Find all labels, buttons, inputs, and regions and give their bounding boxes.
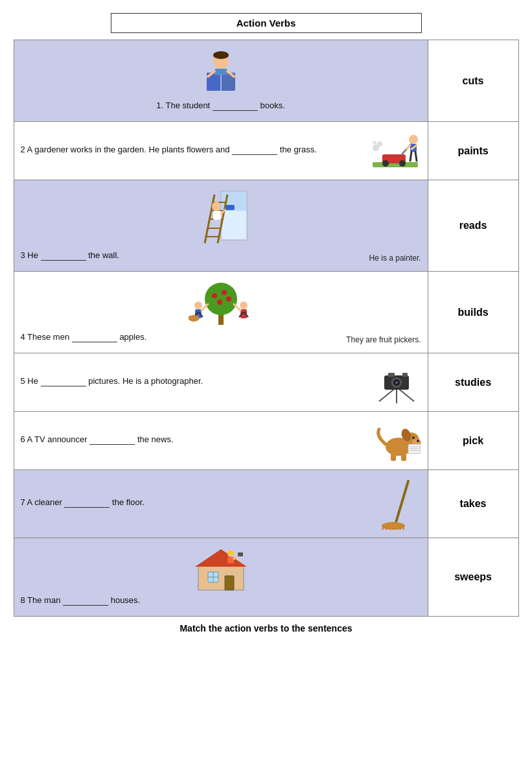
svg-line-79 bbox=[393, 528, 393, 530]
sentence-8: 8 The man houses. bbox=[21, 595, 421, 606]
table-row: 8 The man houses. sweeps bbox=[14, 538, 518, 617]
svg-rect-32 bbox=[213, 211, 221, 220]
table-row: 5 He pictures. He is a photographer. bbox=[14, 353, 518, 412]
svg-point-41 bbox=[194, 302, 202, 309]
exercise-cell-4: 4 These men apples. They are fruit picke… bbox=[14, 272, 428, 353]
exercise-cell-1: 1. The student books. bbox=[14, 40, 428, 122]
verb-5: studies bbox=[455, 377, 491, 388]
sentence-7: 7 A cleaner the floor. bbox=[21, 497, 145, 508]
svg-rect-83 bbox=[198, 565, 244, 590]
svg-point-13 bbox=[409, 135, 418, 144]
verb-cell-5: studies bbox=[428, 353, 518, 412]
footer-text: Match the action verbs to the sentences bbox=[14, 623, 519, 634]
sentence-3: 3 He the wall. bbox=[21, 250, 119, 261]
svg-point-59 bbox=[395, 381, 398, 384]
blank-3 bbox=[41, 250, 86, 261]
student-reading-icon bbox=[195, 48, 247, 97]
sentence-2: 2 A gardener works in the garden. He pla… bbox=[21, 145, 363, 155]
svg-line-74 bbox=[395, 481, 408, 525]
verb-cell-7: takes bbox=[428, 470, 518, 538]
builder-icon bbox=[195, 546, 247, 591]
blank-5 bbox=[41, 376, 86, 386]
fruit-pickers-icon bbox=[189, 279, 253, 328]
svg-rect-47 bbox=[189, 316, 199, 320]
exercise-cell-2: 2 A gardener works in the garden. He pla… bbox=[14, 122, 428, 180]
verb-cell-2: paints bbox=[428, 122, 518, 180]
svg-point-10 bbox=[382, 160, 389, 167]
exercise-cell-6: 6 A TV announcer the news. bbox=[14, 412, 428, 470]
blank-6 bbox=[89, 434, 135, 445]
svg-point-67 bbox=[412, 436, 415, 439]
cleaner-icon bbox=[373, 478, 421, 530]
verb-3: reads bbox=[459, 220, 487, 231]
svg-rect-90 bbox=[227, 557, 234, 563]
svg-rect-61 bbox=[402, 373, 408, 377]
svg-rect-91 bbox=[227, 551, 234, 554]
photographer-icon bbox=[373, 361, 421, 403]
svg-point-36 bbox=[205, 283, 237, 315]
sentence-1: 1. The student books. bbox=[156, 101, 284, 111]
verb-2: paints bbox=[458, 145, 489, 156]
blank-2 bbox=[232, 145, 277, 155]
gardener-icon bbox=[369, 130, 421, 172]
svg-line-18 bbox=[415, 152, 417, 161]
svg-line-52 bbox=[234, 304, 240, 311]
table-row: 6 A TV announcer the news. bbox=[14, 412, 518, 470]
svg-line-17 bbox=[410, 152, 411, 161]
svg-rect-68 bbox=[391, 453, 396, 461]
verb-1: cuts bbox=[463, 75, 484, 86]
svg-point-37 bbox=[212, 293, 217, 298]
svg-point-38 bbox=[222, 290, 227, 295]
svg-point-31 bbox=[212, 202, 221, 211]
announcer-icon bbox=[373, 420, 421, 462]
caption-4: They are fruit pickers. bbox=[346, 335, 421, 344]
exercise-cell-7: 7 A cleaner the floor. bbox=[14, 470, 428, 538]
svg-point-20 bbox=[377, 141, 382, 147]
verb-cell-6: pick bbox=[428, 412, 518, 470]
verb-6: pick bbox=[463, 435, 483, 446]
verb-8: sweeps bbox=[454, 571, 492, 582]
sentence-6: 6 A TV announcer the news. bbox=[21, 434, 174, 445]
svg-rect-93 bbox=[238, 552, 243, 556]
verb-cell-3: reads bbox=[428, 180, 518, 272]
verb-cell-4: builds bbox=[428, 272, 518, 353]
svg-rect-88 bbox=[225, 576, 234, 590]
blank-8 bbox=[63, 595, 108, 606]
svg-point-4 bbox=[213, 51, 229, 59]
exercise-cell-3: 3 He the wall. He is a painter. bbox=[14, 180, 428, 272]
svg-rect-5 bbox=[214, 69, 227, 75]
blank-7 bbox=[64, 497, 110, 508]
worksheet-title: Action Verbs bbox=[111, 13, 422, 33]
blank-1 bbox=[213, 101, 258, 111]
table-row: 3 He the wall. He is a painter. reads bbox=[14, 180, 518, 272]
svg-point-21 bbox=[373, 141, 376, 145]
svg-point-11 bbox=[399, 160, 406, 167]
svg-rect-34 bbox=[226, 205, 235, 210]
exercise-cell-8: 8 The man houses. bbox=[14, 538, 428, 617]
worksheet-page: Action Verbs bbox=[14, 13, 519, 634]
table-row: 2 A gardener works in the garden. He pla… bbox=[14, 122, 518, 180]
verb-cell-1: cuts bbox=[428, 40, 518, 122]
verb-4: builds bbox=[458, 307, 489, 318]
exercise-cell-5: 5 He pictures. He is a photographer. bbox=[14, 353, 428, 412]
svg-marker-84 bbox=[195, 549, 247, 567]
svg-point-39 bbox=[226, 296, 231, 302]
svg-line-15 bbox=[407, 145, 410, 149]
blank-4 bbox=[72, 332, 117, 342]
svg-point-66 bbox=[417, 440, 419, 442]
caption-3: He is a painter. bbox=[369, 254, 421, 263]
table-row: 1. The student books. cuts bbox=[14, 40, 518, 122]
sentence-5: 5 He pictures. He is a photographer. bbox=[21, 376, 203, 386]
sentence-4: 4 These men apples. bbox=[21, 332, 147, 342]
verb-cell-8: sweeps bbox=[428, 538, 518, 617]
svg-rect-60 bbox=[388, 373, 395, 377]
table-row: 7 A cleaner the floor. bbox=[14, 470, 518, 538]
svg-rect-69 bbox=[401, 453, 406, 461]
verb-7: takes bbox=[460, 498, 487, 509]
svg-point-40 bbox=[217, 300, 222, 305]
table-row: 4 These men apples. They are fruit picke… bbox=[14, 272, 518, 353]
exercises-table: 1. The student books. cuts 2 A gardener … bbox=[14, 40, 519, 617]
svg-line-45 bbox=[202, 304, 208, 311]
svg-point-48 bbox=[240, 302, 248, 309]
painter-icon bbox=[185, 188, 257, 246]
